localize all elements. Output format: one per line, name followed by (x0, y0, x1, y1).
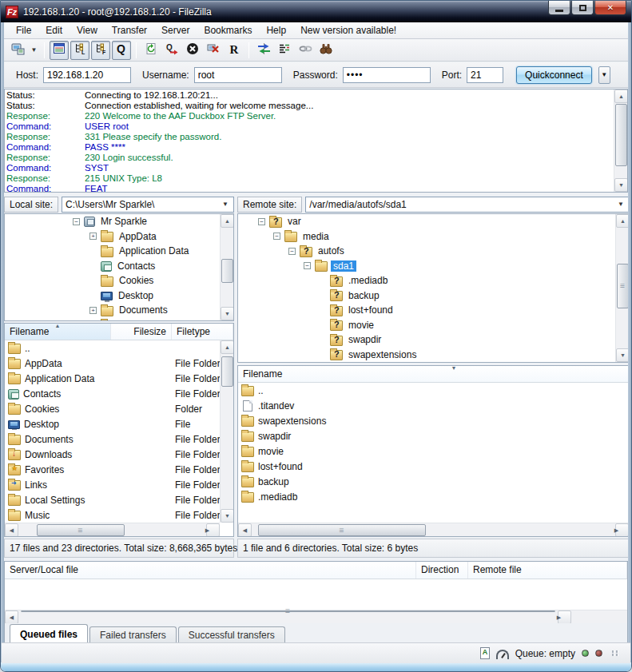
collapse-minus-icon[interactable]: − (304, 262, 311, 269)
scrollbar-thumb[interactable]: ☰ (617, 264, 629, 308)
menu-new-version-available[interactable]: New version available! (294, 23, 403, 38)
remote-file-row--titandev[interactable]: .titandev (238, 398, 629, 413)
local-tree-item-appdata[interactable]: +AppData (5, 229, 220, 245)
local-file-row-music[interactable]: MusicFile Folder (5, 507, 233, 523)
local-tree-item-mr-sparkle[interactable]: −Mr Sparkle (5, 214, 220, 229)
local-tree-item-downloads[interactable]: +Downloads (5, 318, 220, 321)
remote-tree-item-sda1[interactable]: −sda1 (238, 259, 615, 274)
local-file-row-favorites[interactable]: FavoritesFile Folder (5, 462, 233, 477)
column-header-direction[interactable]: Direction (416, 562, 468, 579)
local-file-row-application-data[interactable]: Application DataFile Folder (5, 371, 233, 386)
chevron-down-icon[interactable]: ▼ (616, 201, 626, 208)
remote-file-row-swapdir[interactable]: swapdir (238, 428, 629, 443)
scrollbar-thumb[interactable] (221, 356, 233, 387)
process-queue-button[interactable]: Q (162, 41, 181, 60)
remote-list-horizontal-scrollbar[interactable]: ◀ ☰ ▶ (238, 523, 629, 536)
expand-plus-icon[interactable]: + (89, 233, 97, 240)
local-file-row--[interactable]: .. (5, 340, 233, 356)
queue-horizontal-scrollbar[interactable]: ◀ ☰ ▶ (5, 610, 627, 623)
remote-file-row--[interactable]: .. (238, 383, 629, 398)
password-input[interactable] (343, 67, 431, 83)
scroll-right-arrow-icon[interactable]: ▶ (615, 523, 629, 537)
expand-plus-icon[interactable]: + (89, 307, 97, 314)
scroll-down-arrow-icon[interactable]: ▼ (221, 509, 234, 523)
local-tree-item-contacts[interactable]: −Contacts (5, 259, 220, 274)
log-vertical-scrollbar[interactable]: ▲ ▼ (614, 89, 627, 192)
scroll-left-arrow-icon[interactable]: ◀ (5, 523, 18, 537)
column-header-server-local-file[interactable]: Server/Local file (5, 562, 416, 579)
menu-file[interactable]: File (10, 23, 38, 38)
tab-failed-transfers[interactable]: Failed transfers (89, 626, 177, 643)
local-tree-item-documents[interactable]: +Documents (5, 303, 220, 318)
chevron-down-icon[interactable]: ▼ (221, 201, 230, 208)
resize-grip[interactable] (612, 650, 619, 656)
remote-tree-vertical-scrollbar[interactable]: ▲ ☰ ▼ (615, 214, 629, 362)
remote-tree-item-lost-found[interactable]: −lost+found (238, 303, 615, 318)
remote-tree-item-swapextensions[interactable]: −swapextensions (238, 348, 615, 363)
remote-tree-item-backup[interactable]: −backup (238, 288, 615, 304)
local-file-row-documents[interactable]: DocumentsFile Folder (5, 431, 233, 447)
tab-queued-files[interactable]: Queued files (10, 624, 88, 643)
column-header-filetype[interactable]: Filetype (172, 324, 233, 340)
local-tree-item-desktop[interactable]: −Desktop (5, 288, 220, 304)
local-list-horizontal-scrollbar[interactable]: ◀ ☰ ▶ (5, 523, 220, 536)
scroll-down-arrow-icon[interactable]: ▼ (614, 178, 628, 192)
scroll-right-arrow-icon[interactable]: ▶ (558, 610, 571, 624)
maximize-button[interactable] (571, 1, 594, 15)
local-site-combobox[interactable]: C:\Users\Mr Sparkle\ ▼ (62, 197, 234, 213)
toggle-local-tree-button[interactable]: L (70, 41, 89, 60)
reconnect-button[interactable]: R (225, 41, 244, 60)
scrollbar-thumb[interactable]: ☰ (37, 524, 125, 536)
scroll-up-arrow-icon[interactable]: ▲ (221, 214, 234, 228)
title-bar[interactable]: Fz 192.168.1.20 - root@192.168.1.20 - Fi… (1, 1, 631, 22)
scroll-up-arrow-icon[interactable]: ▲ (221, 340, 234, 354)
remote-tree-item-var[interactable]: −var (238, 214, 615, 229)
column-header-filename[interactable]: ▲ Filename (5, 324, 111, 340)
toggle-queue-button[interactable]: Q (112, 41, 131, 60)
host-input[interactable] (43, 67, 131, 83)
local-tree-item-cookies[interactable]: −Cookies (5, 273, 220, 288)
scroll-left-arrow-icon[interactable]: ◀ (238, 523, 252, 537)
transfer-type-icon[interactable] (480, 647, 490, 659)
local-tree-item-application-data[interactable]: −Application Data (5, 244, 220, 259)
scrollbar-thumb[interactable] (221, 259, 233, 283)
collapse-minus-icon[interactable]: − (288, 248, 296, 255)
scrollbar-thumb[interactable] (615, 104, 627, 166)
menu-edit[interactable]: Edit (39, 23, 69, 38)
remote-tree-item-media[interactable]: −media (238, 229, 615, 245)
site-manager-dropdown-icon[interactable]: ▼ (29, 41, 39, 60)
remote-tree-item-movie[interactable]: −movie (238, 318, 615, 333)
find-button[interactable] (316, 41, 336, 60)
compare-button[interactable] (254, 41, 273, 60)
refresh-button[interactable] (141, 41, 161, 60)
local-list-vertical-scrollbar[interactable]: ▲ ▼ (220, 340, 233, 523)
filter-button[interactable] (275, 41, 294, 60)
splitter-handle-icon[interactable]: ▼ (451, 365, 457, 371)
remote-tree-item-swapdir[interactable]: −swapdir (238, 332, 615, 348)
quickconnect-dropdown-button[interactable]: ▼ (598, 66, 610, 84)
column-header-filename[interactable]: ▼ Filename (238, 366, 629, 382)
local-file-row-local-settings[interactable]: Local SettingsFile Folder (5, 492, 233, 507)
remote-tree-item-autofs[interactable]: −autofs (238, 244, 615, 259)
menu-transfer[interactable]: Transfer (105, 23, 153, 38)
remote-file-row-movie[interactable]: movie (238, 443, 629, 459)
scrollbar-thumb[interactable]: ☰ (258, 524, 426, 536)
sync-browsing-button[interactable] (296, 41, 315, 60)
tab-successful-transfers[interactable]: Successful transfers (178, 626, 285, 643)
remote-file-row-lost-found[interactable]: lost+found (238, 459, 629, 474)
scroll-up-arrow-icon[interactable]: ▲ (614, 89, 628, 103)
scroll-right-arrow-icon[interactable]: ▶ (206, 523, 220, 537)
collapse-minus-icon[interactable]: − (258, 218, 265, 225)
scroll-down-arrow-icon[interactable]: ▼ (221, 307, 234, 320)
disconnect-button[interactable] (204, 41, 223, 60)
remote-tree-item--mediadb[interactable]: −.mediadb (238, 273, 615, 288)
local-tree-vertical-scrollbar[interactable]: ▲ ▼ (220, 214, 233, 320)
menu-server[interactable]: Server (155, 23, 196, 38)
local-file-row-appdata[interactable]: AppDataFile Folder (5, 356, 233, 371)
close-button[interactable]: ✕ (594, 1, 626, 15)
collapse-minus-icon[interactable]: − (273, 233, 280, 240)
local-file-row-desktop[interactable]: DesktopFile (5, 416, 233, 431)
menu-view[interactable]: View (70, 23, 104, 38)
toggle-message-log-button[interactable] (50, 41, 69, 60)
column-header-filesize[interactable]: Filesize (111, 324, 172, 340)
